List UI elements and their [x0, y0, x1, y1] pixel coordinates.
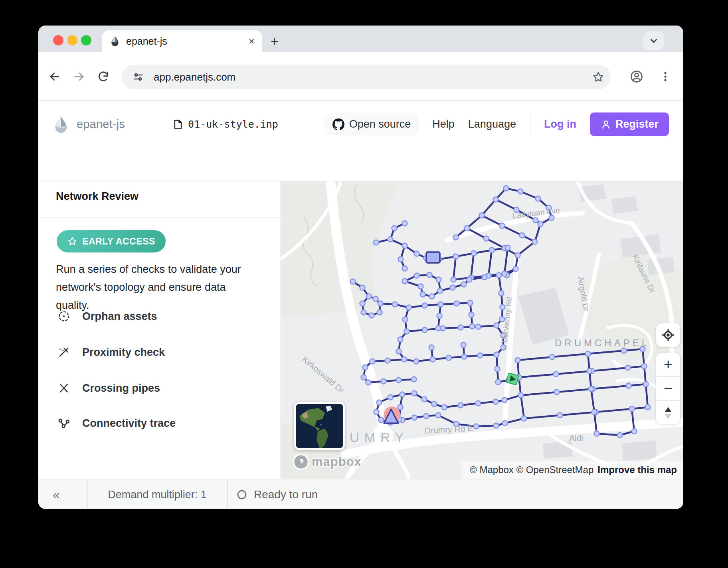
satellite-minimap[interactable] — [294, 402, 345, 450]
check-orphan-assets[interactable]: Orphan assets — [57, 310, 157, 323]
forward-button[interactable] — [69, 67, 89, 86]
zoom-out-button[interactable]: − — [656, 376, 680, 400]
kebab-menu-icon — [659, 71, 671, 83]
screenshot-canvas: epanet-js × + app.epanetjs.com — [0, 0, 728, 568]
traffic-zoom-button[interactable] — [81, 35, 91, 45]
zoom-control-group: + − — [656, 353, 680, 424]
register-label: Register — [615, 118, 659, 130]
map-street-label: Aldi — [569, 433, 583, 443]
map-street-label: DRUMCHAPEL — [555, 337, 650, 349]
epanetjs-logo-icon — [52, 115, 70, 134]
reload-icon — [97, 70, 110, 83]
traffic-close-button[interactable] — [53, 35, 63, 45]
arrow-left-icon — [48, 70, 61, 83]
orphan-assets-icon — [57, 310, 70, 323]
panel-title: Network Review — [56, 190, 138, 203]
omnibox[interactable]: app.epanetjs.com — [122, 65, 611, 89]
register-button[interactable]: Register — [590, 112, 669, 136]
check-label: Proximity check — [82, 346, 165, 359]
github-icon — [332, 118, 344, 130]
main-area: Network Review EARLY ACCESS Run a series… — [38, 181, 683, 479]
pitch-toggle-button[interactable] — [656, 400, 680, 424]
tab-title: epanet-js — [126, 36, 249, 47]
panel-divider — [38, 217, 280, 218]
file-chip[interactable]: 01-uk-style.inp — [172, 118, 278, 130]
user-circle-icon — [629, 69, 644, 84]
header-nav: Open source Help Language Log in Registe… — [324, 101, 669, 148]
status-circle-icon — [236, 489, 247, 500]
map-street-label: UMRY — [350, 430, 409, 445]
arrow-right-icon — [72, 70, 86, 83]
header-divider — [530, 113, 530, 136]
zoom-in-button[interactable]: + — [656, 353, 680, 376]
mapbox-logo-icon — [293, 454, 309, 470]
site-settings-icon[interactable] — [132, 71, 144, 83]
new-tab-button[interactable]: + — [271, 34, 279, 48]
check-connectivity-trace[interactable]: Connectivity trace — [57, 417, 176, 430]
chevron-down-icon — [649, 36, 659, 46]
status-bar: « Demand multiplier: 1 Ready to run — [38, 479, 683, 509]
check-proximity[interactable]: Proximity check — [57, 346, 165, 359]
browser-tab[interactable]: epanet-js × — [102, 30, 262, 52]
mapbox-logo[interactable]: mapbox — [293, 454, 362, 470]
locate-button[interactable] — [656, 323, 680, 347]
tab-close-icon[interactable]: × — [249, 36, 255, 46]
traffic-minimize-button[interactable] — [67, 35, 77, 45]
browser-window: epanet-js × + app.epanetjs.com — [38, 26, 683, 509]
profile-button[interactable] — [627, 67, 646, 86]
satellite-thumbnail — [296, 404, 345, 450]
mapbox-logo-text: mapbox — [312, 455, 362, 469]
locate-target-icon — [661, 328, 675, 342]
browser-menu-button[interactable] — [656, 67, 675, 86]
toolbar: Simulate — [38, 148, 683, 181]
status-text: Ready to run — [254, 488, 318, 501]
attribution-text: © Mapbox © OpenStreetMap — [470, 464, 593, 475]
tab-strip: epanet-js × + — [38, 26, 683, 52]
reload-button[interactable] — [94, 67, 113, 86]
app-name: epanet-js — [77, 118, 125, 131]
crossing-pipes-icon — [57, 382, 70, 394]
early-access-label: EARLY ACCESS — [82, 236, 155, 247]
early-access-badge: EARLY ACCESS — [57, 230, 166, 252]
status-divider — [227, 479, 228, 509]
check-label: Crossing pipes — [82, 382, 160, 394]
panel-description: Run a series of checks to validate your … — [56, 260, 252, 314]
url-text[interactable]: app.epanetjs.com — [154, 71, 235, 83]
language-link[interactable]: Language — [468, 118, 516, 130]
file-icon — [172, 118, 184, 130]
back-button[interactable] — [45, 67, 64, 86]
check-label: Connectivity trace — [82, 417, 176, 430]
app-header: epanet-js 01-uk-style.inp Open source He… — [38, 101, 683, 148]
check-label: Orphan assets — [82, 310, 157, 323]
demand-multiplier[interactable]: Demand multiplier: 1 — [87, 479, 227, 509]
help-link[interactable]: Help — [432, 118, 455, 130]
bookmark-star-icon[interactable] — [592, 71, 605, 83]
open-source-link[interactable]: Open source — [324, 113, 419, 135]
map-canvas[interactable]: Ladyloan AveKinfauns DrAirgold DrDRUMCHA… — [281, 181, 683, 479]
app-brand: epanet-js — [52, 115, 125, 134]
collapse-panel-button[interactable]: « — [53, 479, 60, 509]
map-attribution: © Mapbox © OpenStreetMap Improve this ma… — [461, 461, 683, 479]
favicon-drop-icon — [109, 36, 121, 47]
star-icon — [67, 236, 77, 247]
user-icon — [600, 119, 611, 130]
check-crossing-pipes[interactable]: Crossing pipes — [57, 382, 160, 394]
open-source-label: Open source — [349, 118, 411, 130]
log-in-link[interactable]: Log in — [544, 118, 576, 130]
proximity-check-icon — [57, 346, 70, 359]
file-name: 01-uk-style.inp — [188, 118, 278, 130]
tab-search-button[interactable] — [643, 31, 664, 50]
url-row: app.epanetjs.com — [38, 52, 683, 101]
pitch-arrows-icon — [663, 406, 673, 420]
improve-map-link[interactable]: Improve this map — [597, 464, 677, 475]
simulation-status: Ready to run — [236, 479, 318, 509]
connectivity-trace-icon — [57, 417, 70, 430]
network-review-panel: Network Review EARLY ACCESS Run a series… — [38, 181, 281, 479]
